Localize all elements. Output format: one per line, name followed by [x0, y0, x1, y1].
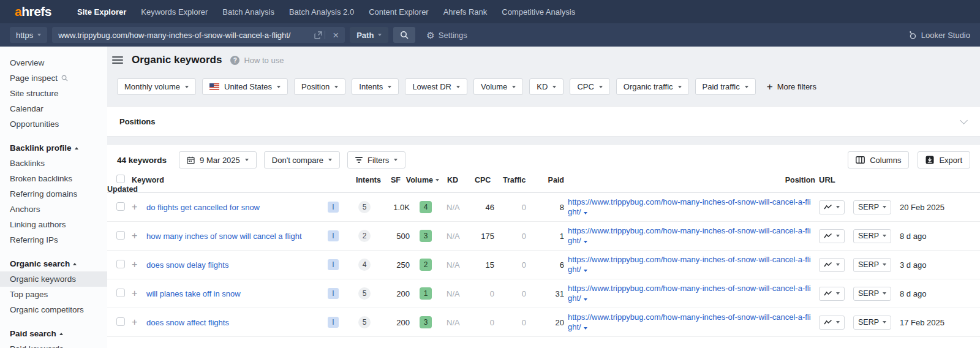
filter-button[interactable]: United States: [202, 78, 288, 95]
sidebar-item[interactable]: Site structure: [0, 86, 107, 101]
columns-button[interactable]: Columns: [848, 151, 909, 168]
serp-button[interactable]: SERP: [853, 287, 891, 301]
gear-icon: ⚙: [426, 31, 434, 40]
sidebar-item[interactable]: Paid search: [0, 326, 107, 341]
filter-button[interactable]: CPC: [570, 78, 609, 95]
menu-icon[interactable]: [112, 56, 123, 64]
col-traffic[interactable]: Traffic: [503, 176, 530, 184]
select-all-checkbox[interactable]: [116, 175, 125, 183]
add-keyword-icon[interactable]: +: [132, 288, 146, 299]
sidebar-item[interactable]: Page inspect: [0, 70, 107, 86]
add-keyword-icon[interactable]: +: [132, 317, 146, 328]
sidebar-item[interactable]: Overview: [0, 55, 107, 70]
position-history-button[interactable]: [819, 258, 845, 272]
target-url-input[interactable]: www.trippybug.com/how-many-inches-of-sno…: [52, 27, 345, 43]
filter-button[interactable]: Lowest DR: [405, 78, 467, 95]
filter-button[interactable]: KD: [529, 78, 564, 95]
col-kd[interactable]: KD: [442, 176, 470, 184]
sidebar-item[interactable]: Organic competitors: [0, 302, 107, 317]
url-dropdown-icon[interactable]: [584, 241, 587, 243]
col-url[interactable]: URL: [819, 175, 853, 185]
url-link[interactable]: https://www.trippybug.com/how-many-inche…: [568, 255, 811, 274]
topnav-item[interactable]: Ahrefs Rank: [443, 7, 488, 17]
url-link[interactable]: https://www.trippybug.com/how-many-inche…: [568, 312, 811, 331]
url-dropdown-icon[interactable]: [584, 212, 587, 214]
filter-button[interactable]: Organic traffic: [616, 78, 689, 95]
col-keyword[interactable]: Keyword: [132, 176, 324, 184]
topnav-item[interactable]: Competitive Analysis: [502, 7, 575, 17]
add-keyword-icon[interactable]: +: [132, 259, 146, 270]
col-paid[interactable]: Paid: [530, 176, 568, 184]
export-button[interactable]: Export: [918, 151, 970, 168]
add-keyword-icon[interactable]: +: [132, 202, 146, 213]
how-to-use-link[interactable]: ? How to use: [230, 56, 284, 65]
row-checkbox[interactable]: [116, 202, 125, 211]
sidebar-item[interactable]: Organic keywords: [0, 271, 107, 287]
filter-button[interactable]: Monthly volume: [117, 78, 196, 95]
url-link[interactable]: https://www.trippybug.com/how-many-inche…: [568, 197, 811, 216]
ahrefs-logo[interactable]: ahrefs: [15, 4, 51, 19]
sidebar-item[interactable]: Calendar: [0, 101, 107, 116]
sidebar-item[interactable]: Broken backlinks: [0, 171, 107, 186]
sidebar-item[interactable]: Referring IPs: [0, 232, 107, 248]
serp-button[interactable]: SERP: [853, 258, 891, 272]
row-checkbox[interactable]: [116, 260, 125, 268]
filters-button[interactable]: Filters: [347, 151, 405, 168]
col-updated[interactable]: Updated: [107, 185, 132, 194]
position-history-button[interactable]: [819, 287, 845, 301]
row-checkbox[interactable]: [116, 289, 125, 297]
sidebar-item[interactable]: Backlink profile: [0, 140, 107, 156]
date-picker-button[interactable]: 9 Mar 2025: [179, 151, 257, 168]
clear-url-icon[interactable]: ×: [333, 30, 339, 40]
mode-select[interactable]: Path: [350, 27, 388, 43]
looker-studio-button[interactable]: Looker Studio: [908, 31, 970, 40]
serp-button[interactable]: SERP: [853, 229, 891, 243]
positions-panel-header[interactable]: Positions: [107, 106, 980, 137]
protocol-select[interactable]: https: [10, 27, 47, 43]
topnav-item[interactable]: Keywords Explorer: [141, 7, 208, 17]
keyword-link[interactable]: will planes take off in snow: [146, 289, 241, 298]
filter-button[interactable]: Paid traffic: [695, 78, 756, 95]
compare-select[interactable]: Don't compare: [264, 151, 340, 168]
url-dropdown-icon[interactable]: [584, 270, 587, 272]
sidebar-item[interactable]: Opportunities: [0, 116, 107, 132]
url-link[interactable]: https://www.trippybug.com/how-many-inche…: [568, 226, 811, 245]
col-cpc[interactable]: CPC: [470, 176, 503, 184]
position-history-button[interactable]: [819, 316, 845, 330]
sidebar-item[interactable]: Anchors: [0, 202, 107, 217]
col-volume[interactable]: Volume: [415, 176, 442, 184]
row-checkbox[interactable]: [116, 231, 125, 240]
serp-button[interactable]: SERP: [853, 200, 891, 214]
more-filters-button[interactable]: + More filters: [767, 81, 816, 92]
search-button[interactable]: [393, 27, 415, 43]
url-dropdown-icon[interactable]: [584, 327, 587, 330]
filter-button[interactable]: Volume: [473, 78, 523, 95]
serp-button[interactable]: SERP: [853, 316, 891, 330]
position-history-button[interactable]: [819, 200, 845, 214]
position-history-button[interactable]: [819, 229, 845, 243]
open-external-link-icon[interactable]: [314, 31, 322, 39]
sidebar-item[interactable]: Backlinks: [0, 156, 107, 171]
add-keyword-icon[interactable]: +: [132, 230, 146, 241]
keyword-link[interactable]: do flights get cancelled for snow: [146, 203, 260, 212]
sidebar-item[interactable]: Linking authors: [0, 217, 107, 232]
settings-button[interactable]: ⚙ Settings: [426, 31, 467, 40]
keyword-link[interactable]: does snow delay flights: [146, 260, 228, 270]
url-link[interactable]: https://www.trippybug.com/how-many-inche…: [568, 284, 811, 303]
keyword-link[interactable]: does snow affect flights: [146, 318, 229, 327]
sidebar-item[interactable]: Referring domains: [0, 186, 107, 202]
sidebar-item[interactable]: Top pages: [0, 287, 107, 302]
row-checkbox[interactable]: [116, 317, 125, 326]
url-dropdown-icon[interactable]: [584, 298, 587, 301]
topnav-item[interactable]: Batch Analysis 2.0: [289, 7, 354, 17]
keyword-link[interactable]: how many inches of snow will cancel a fl…: [146, 232, 302, 241]
sidebar-item[interactable]: Organic search: [0, 256, 107, 271]
topnav-item[interactable]: Batch Analysis: [222, 7, 274, 17]
sidebar-item[interactable]: Paid keywords: [0, 341, 107, 348]
col-position[interactable]: Position: [568, 176, 819, 184]
filter-button[interactable]: Position: [294, 78, 345, 95]
topnav-item[interactable]: Content Explorer: [369, 7, 429, 17]
topnav-item[interactable]: Site Explorer: [77, 7, 126, 17]
filter-button[interactable]: Intents: [352, 78, 399, 95]
col-intents[interactable]: Intents: [352, 176, 377, 184]
